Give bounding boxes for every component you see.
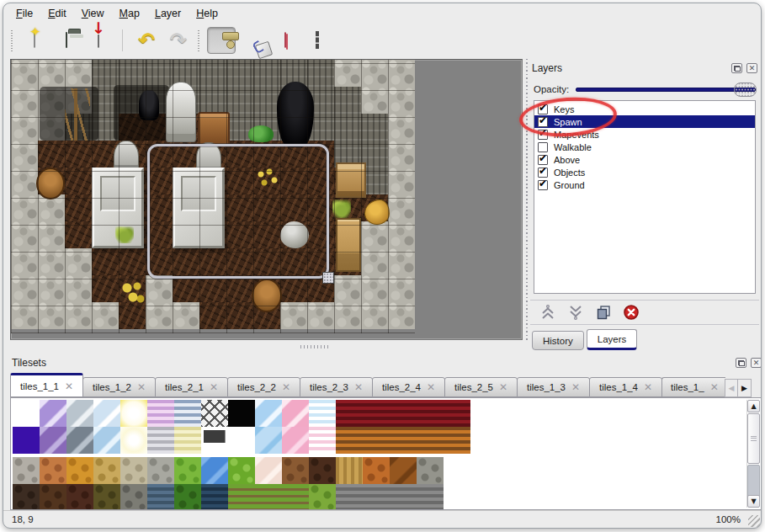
tileset-tile[interactable] bbox=[363, 457, 390, 484]
tileset-tile[interactable] bbox=[228, 484, 255, 510]
menu-layer[interactable]: Layer bbox=[147, 5, 189, 22]
layer-visibility-checkbox[interactable]: ✔ bbox=[538, 155, 548, 165]
dock-tab-history[interactable]: History bbox=[532, 331, 584, 350]
tileset-tile[interactable] bbox=[336, 457, 363, 484]
toolbar-grip[interactable] bbox=[9, 29, 13, 51]
tileset-tile[interactable] bbox=[390, 427, 417, 454]
undo-button[interactable]: ↶ bbox=[132, 27, 161, 54]
tileset-tile[interactable] bbox=[13, 457, 40, 484]
layer-row-spawn[interactable]: ✔Spawn bbox=[534, 115, 755, 128]
tab-close-icon[interactable]: ✕ bbox=[282, 382, 290, 392]
tab-close-icon[interactable]: ✕ bbox=[427, 382, 435, 392]
horizontal-splitter-grip[interactable] bbox=[300, 343, 329, 350]
tileset-tab-tiles_1_2[interactable]: tiles_1_2✕ bbox=[82, 377, 156, 397]
layer-row-above[interactable]: ✔Above bbox=[534, 153, 755, 166]
redo-button[interactable]: ↷ bbox=[164, 27, 193, 54]
tileset-tile[interactable] bbox=[120, 400, 147, 427]
tab-close-icon[interactable]: ✕ bbox=[644, 382, 652, 392]
lower-layer-button[interactable] bbox=[566, 303, 585, 322]
close-panel-icon[interactable]: ✕ bbox=[746, 63, 757, 73]
stamp-tool-button[interactable] bbox=[207, 27, 236, 54]
tileset-tile[interactable] bbox=[390, 457, 417, 484]
tileset-tile[interactable] bbox=[66, 457, 93, 484]
tileset-tile[interactable] bbox=[255, 427, 282, 454]
tab-close-icon[interactable]: ✕ bbox=[65, 381, 73, 391]
tileset-tab-tiles_2_1[interactable]: tiles_2_1✕ bbox=[155, 377, 228, 397]
tab-close-icon[interactable]: ✕ bbox=[710, 382, 719, 392]
tileset-tile[interactable] bbox=[66, 484, 93, 510]
vertical-splitter[interactable] bbox=[523, 59, 529, 340]
select-tool-button[interactable] bbox=[303, 27, 332, 54]
tileset-tile[interactable] bbox=[309, 427, 336, 454]
tileset-tab-tiles_1_3[interactable]: tiles_1_3✕ bbox=[517, 377, 590, 397]
layer-visibility-checkbox[interactable]: ✔ bbox=[538, 117, 548, 127]
tileset-tile[interactable] bbox=[201, 484, 228, 510]
resize-grip[interactable] bbox=[748, 515, 760, 527]
tileset-tile[interactable] bbox=[282, 400, 309, 427]
tileset-tile[interactable] bbox=[40, 457, 66, 484]
tileset-tile[interactable] bbox=[13, 484, 40, 510]
tileset-tile[interactable] bbox=[228, 427, 255, 454]
tileset-tile[interactable] bbox=[282, 484, 309, 510]
tileset-tab-tiles_1_1[interactable]: tiles_1_1✕ bbox=[10, 373, 83, 397]
menu-file[interactable]: File bbox=[8, 5, 40, 22]
tileset-tile[interactable] bbox=[363, 400, 390, 427]
tileset-tab-tiles_2_5[interactable]: tiles_2_5✕ bbox=[444, 377, 518, 397]
layer-row-objects[interactable]: ✔Objects bbox=[534, 166, 755, 178]
toolbar-grip[interactable] bbox=[196, 29, 200, 51]
tileset-tile[interactable] bbox=[174, 457, 201, 484]
map-canvas[interactable] bbox=[11, 60, 415, 333]
tileset-tile[interactable] bbox=[228, 457, 255, 484]
layer-visibility-checkbox[interactable]: ✔ bbox=[538, 104, 548, 114]
tileset-tile[interactable] bbox=[417, 457, 444, 484]
float-tilesets-icon[interactable] bbox=[736, 358, 746, 368]
fill-tool-button[interactable] bbox=[239, 27, 268, 54]
layer-visibility-checkbox[interactable]: ✔ bbox=[538, 168, 548, 178]
tileset-tile[interactable] bbox=[174, 484, 201, 510]
tileset-tile[interactable] bbox=[282, 457, 309, 484]
tileset-tile[interactable] bbox=[390, 484, 417, 510]
tileset-tile[interactable] bbox=[336, 427, 363, 454]
tileset-tab-tiles_1_4[interactable]: tiles_1_4✕ bbox=[589, 377, 662, 397]
raise-layer-button[interactable] bbox=[539, 303, 557, 322]
tileset-tile[interactable] bbox=[444, 400, 470, 427]
scrollbar-thumb[interactable] bbox=[747, 413, 760, 464]
tab-close-icon[interactable]: ✕ bbox=[137, 382, 146, 392]
tab-scroll-right-icon[interactable]: ▶ bbox=[737, 379, 752, 397]
tileset-tile[interactable] bbox=[201, 457, 228, 484]
tileset-tile[interactable] bbox=[13, 400, 40, 427]
float-panel-icon[interactable] bbox=[731, 63, 742, 73]
tileset-tile[interactable] bbox=[93, 457, 120, 484]
tileset-tab-tiles_1[interactable]: tiles_1_✕ bbox=[661, 377, 725, 397]
layer-row-keys[interactable]: ✔Keys bbox=[534, 103, 755, 115]
tab-close-icon[interactable]: ✕ bbox=[571, 382, 580, 392]
tileset-tile[interactable] bbox=[13, 427, 40, 454]
close-tilesets-icon[interactable]: ✕ bbox=[751, 358, 762, 368]
tileset-tile[interactable] bbox=[255, 400, 282, 427]
scrollbar-down-icon[interactable]: ▼ bbox=[747, 495, 760, 508]
tileset-tile[interactable] bbox=[417, 484, 444, 510]
layer-row-ground[interactable]: ✔Ground bbox=[534, 178, 755, 191]
tileset-tile[interactable] bbox=[93, 400, 120, 427]
layer-visibility-checkbox[interactable]: ✔ bbox=[538, 180, 548, 190]
tileset-tile[interactable] bbox=[174, 400, 201, 427]
tileset-tile[interactable] bbox=[282, 427, 309, 454]
tileset-tile[interactable] bbox=[309, 484, 336, 510]
layer-visibility-checkbox[interactable] bbox=[538, 142, 548, 152]
tileset-tile[interactable] bbox=[255, 484, 282, 510]
tileset-tile[interactable] bbox=[228, 400, 255, 427]
tileset-tile[interactable] bbox=[417, 427, 444, 454]
layer-visibility-checkbox[interactable]: ✔ bbox=[538, 130, 548, 140]
tileset-scrollbar[interactable]: ▲ ▼ bbox=[746, 400, 759, 508]
duplicate-layer-button[interactable] bbox=[594, 303, 613, 322]
tileset-tile[interactable] bbox=[40, 427, 66, 454]
new-map-button[interactable]: ✦ bbox=[20, 27, 49, 54]
scrollbar-up-icon[interactable]: ▲ bbox=[747, 400, 760, 412]
delete-layer-button[interactable] bbox=[622, 303, 640, 322]
tab-scroll-left-icon[interactable]: ◀ bbox=[725, 379, 737, 397]
tileset-tile[interactable] bbox=[444, 457, 470, 484]
tileset-tile[interactable] bbox=[444, 484, 470, 510]
tileset-tile[interactable] bbox=[336, 400, 363, 427]
tileset-tile[interactable] bbox=[66, 427, 93, 454]
menu-help[interactable]: Help bbox=[189, 5, 226, 22]
